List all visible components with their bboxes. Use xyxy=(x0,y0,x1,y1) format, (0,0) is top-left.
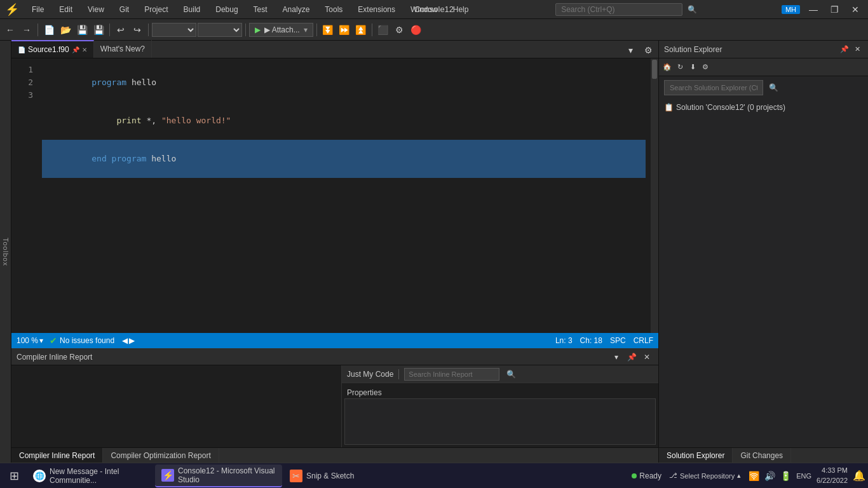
attach-run-button[interactable]: ▶ ▶ Attach... ▾ xyxy=(249,23,313,37)
tab-dropdown-button[interactable]: ▾ xyxy=(623,43,638,58)
minimize-button[interactable]: — xyxy=(805,1,822,18)
step-over-button[interactable]: ⏩ xyxy=(337,22,352,37)
tab-solution-explorer[interactable]: Solution Explorer xyxy=(659,448,733,463)
vertical-scrollbar[interactable] xyxy=(651,58,658,333)
se-collapse-button[interactable]: ⬇ xyxy=(687,62,698,73)
se-toolbar: 🏠 ↻ ⬇ ⚙ xyxy=(659,58,868,76)
clock[interactable]: 4:33 PM 6/22/2022 xyxy=(817,466,848,485)
tab-close-source1[interactable]: ✕ xyxy=(82,46,87,53)
step-out-button[interactable]: ⏫ xyxy=(353,22,369,37)
menu-tools[interactable]: Tools xyxy=(322,4,345,15)
solution-label: Solution 'Console12' (0 projects) xyxy=(676,103,785,112)
save-all-button[interactable]: 💾 xyxy=(91,22,106,37)
keyword-program2: program xyxy=(112,154,152,163)
bottom-panel-title: Compiler Inline Report xyxy=(17,353,92,362)
open-button[interactable]: 📂 xyxy=(58,22,73,37)
se-pin-button[interactable]: 📌 xyxy=(839,44,850,55)
keyword-program: program xyxy=(92,78,132,87)
menu-build[interactable]: Build xyxy=(181,4,203,15)
string-hello-world: "hello world!" xyxy=(161,116,231,125)
se-search-icon[interactable]: 🔍 xyxy=(769,83,778,92)
select-repository-button[interactable]: ⎇ Select Repository ▴ xyxy=(667,470,743,481)
tab-pin-icon[interactable]: 📌 xyxy=(72,46,79,53)
ready-status: Ready xyxy=(632,471,661,480)
panel-pin-button[interactable]: 📌 xyxy=(625,351,638,363)
nav-left-icon[interactable]: ◀ xyxy=(122,336,128,345)
search-input[interactable] xyxy=(555,3,682,16)
check-icon: ✔ xyxy=(50,336,57,346)
menu-file[interactable]: File xyxy=(29,4,46,15)
sound-icon[interactable]: 🔊 xyxy=(764,471,775,481)
zoom-control[interactable]: 100 % ▾ xyxy=(17,336,43,345)
bottom-right-toolbar: Just My Code 🔍 xyxy=(342,365,658,383)
code-content[interactable]: program hello print *, "hello world!" en… xyxy=(37,58,651,333)
taskbar-app-vs[interactable]: ⚡ Console12 - Microsoft Visual Studio xyxy=(155,464,282,487)
notification-icon[interactable]: 🔔 xyxy=(853,470,865,482)
language-label[interactable]: ENG xyxy=(796,472,811,480)
run-dropdown-icon[interactable]: ▾ xyxy=(304,25,308,34)
tab-whats-new[interactable]: What's New? xyxy=(94,40,152,58)
config-dropdown[interactable] xyxy=(152,23,196,37)
tree-item-solution[interactable]: 📋 Solution 'Console12' (0 projects) xyxy=(661,102,865,113)
panel-dropdown-button[interactable]: ▾ xyxy=(610,351,623,363)
just-my-code-label[interactable]: Just My Code xyxy=(347,370,393,379)
step-into-button[interactable]: ⏬ xyxy=(320,22,336,37)
run-icon: ▶ xyxy=(255,25,261,34)
wifi-icon[interactable]: 🛜 xyxy=(749,471,759,481)
close-button[interactable]: ✕ xyxy=(848,1,863,18)
menu-project[interactable]: Project xyxy=(142,4,170,15)
code-editor[interactable]: 1 2 3 program hello print *, "hello worl… xyxy=(11,58,658,333)
line-num-1: 1 xyxy=(15,64,33,76)
undo-button[interactable]: ↩ xyxy=(113,22,128,37)
menu-extensions[interactable]: Extensions xyxy=(355,4,398,15)
se-settings-button[interactable]: ⚙ xyxy=(700,62,711,73)
se-close-button[interactable]: ✕ xyxy=(851,44,863,55)
menu-debug[interactable]: Debug xyxy=(213,4,240,15)
workspace: Toolbox 📄 Source1.f90 📌 ✕ What's New? ▾ … xyxy=(0,41,868,463)
solution-explorer-panel: Solution Explorer 📌 ✕ 🏠 ↻ ⬇ ⚙ 🔍 📋 Soluti… xyxy=(658,41,868,463)
menu-view[interactable]: View xyxy=(85,4,107,15)
new-project-button[interactable]: 📄 xyxy=(41,22,57,37)
separator-2 xyxy=(109,24,110,36)
se-controls: 📌 ✕ xyxy=(839,44,863,55)
format-button[interactable]: ⬛ xyxy=(376,22,391,37)
breakpoint-button[interactable]: 🔴 xyxy=(409,22,424,37)
menu-test[interactable]: Test xyxy=(251,4,270,15)
menu-analyze[interactable]: Analyze xyxy=(280,4,313,15)
tab-compiler-inline[interactable]: Compiler Inline Report xyxy=(11,448,103,463)
se-home-button[interactable]: 🏠 xyxy=(661,62,673,73)
back-button[interactable]: ← xyxy=(3,22,18,37)
line-col-label: Ln: 3 xyxy=(555,336,573,345)
se-search-input[interactable] xyxy=(664,80,763,95)
search-inline-button[interactable]: 🔍 xyxy=(505,368,517,381)
menu-git[interactable]: Git xyxy=(117,4,132,15)
search-inline-input[interactable] xyxy=(404,368,499,381)
clock-time: 4:33 PM xyxy=(817,466,848,475)
tab-compiler-optimization[interactable]: Compiler Optimization Report xyxy=(103,448,219,463)
taskbar-app-snip[interactable]: ✂ Snip & Sketch xyxy=(283,464,360,487)
taskbar-app-chrome[interactable]: 🌐 New Message - Intel Communitie... xyxy=(27,464,154,487)
nav-right-icon[interactable]: ▶ xyxy=(129,336,135,345)
maximize-button[interactable]: ❐ xyxy=(827,1,843,18)
taskbar: ⊞ 🌐 New Message - Intel Communitie... ⚡ … xyxy=(0,463,868,488)
tab-settings-button[interactable]: ⚙ xyxy=(641,43,656,58)
tab-label-source1: Source1.f90 xyxy=(28,45,69,54)
windows-start-button[interactable]: ⊞ xyxy=(3,464,25,487)
tab-bar: 📄 Source1.f90 📌 ✕ What's New? ▾ ⚙ xyxy=(11,41,658,58)
battery-icon[interactable]: 🔋 xyxy=(780,471,791,481)
forward-button[interactable]: → xyxy=(19,22,34,37)
zoom-dropdown-icon[interactable]: ▾ xyxy=(39,336,43,345)
platform-dropdown[interactable] xyxy=(198,23,242,37)
solution-explorer-header: Solution Explorer 📌 ✕ xyxy=(659,41,868,58)
line-ending-label: CRLF xyxy=(634,336,653,345)
scrollbar-thumb[interactable] xyxy=(652,60,657,79)
toolbox-panel[interactable]: Toolbox xyxy=(0,41,11,463)
save-button[interactable]: 💾 xyxy=(74,22,90,37)
menu-edit[interactable]: Edit xyxy=(57,4,75,15)
debug-mode-button[interactable]: ⚙ xyxy=(392,22,407,37)
panel-close-button[interactable]: ✕ xyxy=(641,351,653,363)
tab-git-changes[interactable]: Git Changes xyxy=(733,448,791,463)
tab-source1[interactable]: 📄 Source1.f90 📌 ✕ xyxy=(11,40,94,58)
se-refresh-button[interactable]: ↻ xyxy=(674,62,686,73)
redo-button[interactable]: ↪ xyxy=(130,22,145,37)
